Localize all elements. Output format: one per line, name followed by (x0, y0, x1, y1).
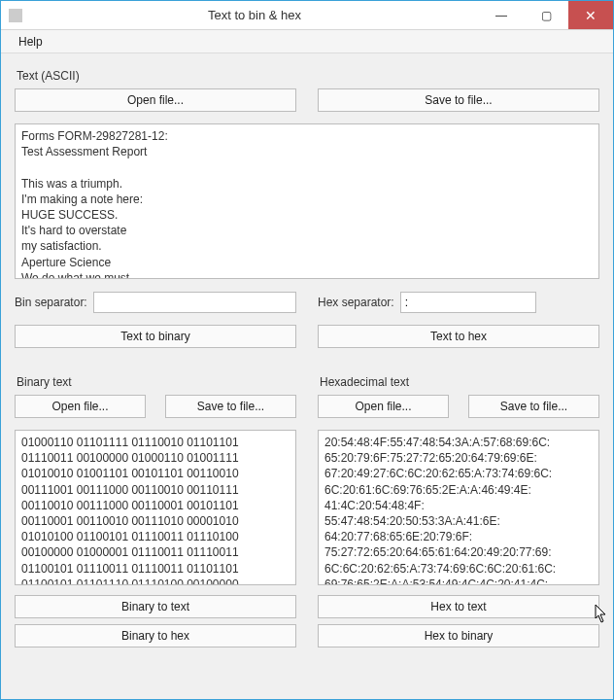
hex-separator-label: Hex separator: (318, 296, 394, 309)
text-save-file-button[interactable]: Save to file... (318, 88, 599, 112)
title-bar: Text to bin & hex — ▢ ✕ (1, 1, 613, 30)
binary-to-text-button[interactable]: Binary to text (15, 595, 296, 618)
text-to-hex-button[interactable]: Text to hex (318, 325, 599, 348)
hex-to-binary-button[interactable]: Hex to binary (318, 624, 599, 648)
hex-separator-input[interactable] (400, 292, 536, 313)
window-title: Text to bin & hex (30, 8, 479, 22)
bin-separator-input[interactable] (93, 292, 296, 313)
binary-panel: Binary text Open file... Save to file...… (15, 369, 296, 648)
text-buttons-row: Open file... Save to file... (15, 88, 599, 112)
bin-separator-label: Bin separator: (15, 296, 87, 309)
menu-help[interactable]: Help (13, 33, 49, 51)
window-controls: — ▢ ✕ (479, 1, 613, 29)
close-button[interactable]: ✕ (568, 1, 613, 29)
hex-panel: Hexadecimal text Open file... Save to fi… (318, 369, 599, 648)
text-open-file-button[interactable]: Open file... (15, 88, 296, 112)
client-area: Text (ASCII) Open file... Save to file..… (1, 53, 613, 699)
binary-save-file-button[interactable]: Save to file... (165, 395, 296, 418)
binary-text-label: Binary text (17, 375, 296, 389)
system-icon (1, 9, 30, 22)
text-ascii-label: Text (ASCII) (17, 69, 599, 83)
cursor-icon (595, 605, 608, 624)
binary-to-hex-button[interactable]: Binary to hex (15, 624, 296, 648)
hex-to-text-button[interactable]: Hex to text (318, 595, 599, 618)
binary-open-file-button[interactable]: Open file... (15, 395, 146, 418)
binary-text-input[interactable] (15, 430, 296, 585)
hex-text-label: Hexadecimal text (320, 375, 599, 389)
minimize-button[interactable]: — (479, 1, 524, 29)
hex-text-input[interactable] (318, 430, 599, 585)
app-window: Text to bin & hex — ▢ ✕ Help Text (ASCII… (0, 0, 614, 700)
maximize-button[interactable]: ▢ (524, 1, 568, 29)
text-to-binary-button[interactable]: Text to binary (15, 325, 296, 348)
hex-save-file-button[interactable]: Save to file... (468, 395, 599, 418)
text-ascii-input[interactable] (15, 123, 599, 279)
hex-open-file-button[interactable]: Open file... (318, 395, 449, 418)
menu-bar: Help (1, 30, 613, 53)
